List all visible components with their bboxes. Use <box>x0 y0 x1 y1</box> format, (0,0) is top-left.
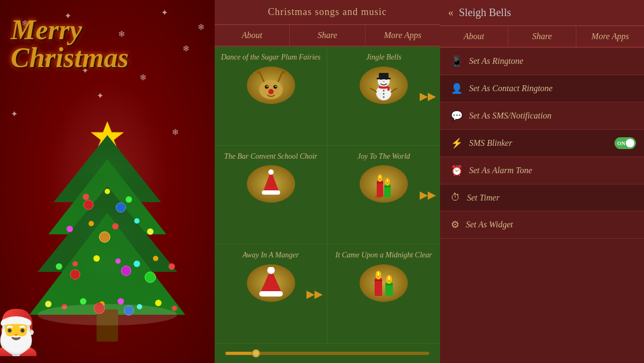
option-set-widget[interactable]: ⚙ Set As Widget <box>440 211 644 239</box>
song-item-3[interactable]: The Bar Convent School Choir <box>215 146 327 245</box>
middle-more-apps-button[interactable]: More Apps <box>365 25 440 46</box>
sms-notification-icon: 💬 <box>451 110 463 122</box>
right-header: « Sleigh Bells <box>440 0 644 26</box>
svg-rect-73 <box>384 186 391 187</box>
song-item-2[interactable]: Jingle Bells <box>327 47 440 146</box>
option-set-timer[interactable]: ⏱ Set Timer <box>440 184 644 211</box>
svg-rect-90 <box>385 284 393 285</box>
svg-point-84 <box>267 267 275 274</box>
left-panel: ❄ ✦ ❄ ✦ ❄ ✦ ❄ ✦ ❄ ✦ ❄ ✦ Merry Christmas <box>0 0 215 363</box>
right-about-button[interactable]: About <box>440 26 508 47</box>
song-title-3: The Bar Convent School Choir <box>224 152 317 161</box>
svg-point-31 <box>155 300 162 306</box>
sms-blinker-label: SMS Blinker <box>469 138 512 148</box>
svg-point-21 <box>115 258 121 264</box>
middle-header: Christmas songs and music <box>215 0 440 25</box>
song-icon-2 <box>360 66 408 104</box>
svg-point-58 <box>380 78 382 80</box>
svg-point-19 <box>72 261 78 266</box>
song-title-2: Jingle Bells <box>366 53 401 62</box>
svg-point-22 <box>134 261 140 267</box>
svg-point-93 <box>377 272 379 276</box>
song-item-4[interactable]: Joy To The World <box>327 146 440 245</box>
svg-point-37 <box>121 266 131 276</box>
back-arrow-button[interactable]: « <box>448 6 453 19</box>
svg-rect-56 <box>379 73 389 78</box>
svg-point-49 <box>265 85 268 88</box>
song-item-5[interactable]: Away In A Manger ▶▶ <box>215 245 327 344</box>
svg-point-61 <box>383 90 385 91</box>
right-options-list: 📱 Set As Ringtone 👤 Set As Contact Ringt… <box>440 48 644 363</box>
svg-rect-57 <box>377 78 391 79</box>
songs-grid: Dance of the Sugar Plum Fairies <box>215 47 440 344</box>
svg-rect-88 <box>375 280 382 281</box>
svg-point-32 <box>172 306 177 311</box>
svg-point-23 <box>153 256 158 261</box>
alarm-tone-icon: ⏰ <box>451 165 463 176</box>
play-arrow-5: ▶▶ <box>306 287 323 300</box>
song-title-4: Joy To The World <box>357 152 410 161</box>
svg-point-50 <box>273 85 277 88</box>
option-contact-ringtone[interactable]: 👤 Set As Contact Ringtone <box>440 75 644 102</box>
svg-point-29 <box>118 298 124 305</box>
svg-point-63 <box>383 96 385 98</box>
svg-line-46 <box>278 73 282 82</box>
merry-text: Merry <box>11 16 129 44</box>
svg-point-16 <box>134 218 140 224</box>
svg-line-65 <box>391 88 397 92</box>
svg-point-36 <box>70 270 80 279</box>
progress-bar-knob[interactable] <box>252 349 260 358</box>
song-title-5: Away In A Manger <box>243 251 299 260</box>
sms-blinker-toggle[interactable]: ON <box>614 137 636 149</box>
svg-point-53 <box>268 89 274 94</box>
song-item-6[interactable]: It Came Upon a Midnight Clear <box>327 245 440 344</box>
svg-rect-83 <box>259 291 283 297</box>
svg-point-11 <box>105 189 110 194</box>
set-timer-label: Set Timer <box>467 193 500 203</box>
svg-point-24 <box>169 263 175 270</box>
svg-point-14 <box>89 221 94 226</box>
progress-bar-track[interactable] <box>225 352 429 355</box>
svg-point-96 <box>388 276 390 280</box>
song-item-1[interactable]: Dance of the Sugar Plum Fairies <box>215 47 327 146</box>
set-widget-icon: ⚙ <box>451 219 459 231</box>
right-panel: « Sleigh Bells About Share More Apps 📱 S… <box>440 0 644 363</box>
option-ringtone[interactable]: 📱 Set As Ringtone <box>440 48 644 75</box>
progress-bar-area <box>215 344 440 363</box>
song-icon-1 <box>247 66 295 104</box>
svg-point-10 <box>83 194 89 200</box>
sms-blinker-icon: ⚡ <box>451 137 463 149</box>
svg-point-81 <box>383 195 390 198</box>
svg-point-80 <box>375 195 382 198</box>
contact-ringtone-label: Set As Contact Ringtone <box>469 84 553 93</box>
song-icon-5 <box>247 264 295 302</box>
svg-point-52 <box>275 86 276 87</box>
svg-point-15 <box>112 223 119 229</box>
middle-content: Dance of the Sugar Plum Fairies <box>215 47 440 363</box>
svg-point-34 <box>116 203 126 212</box>
christmas-text: Christmas <box>11 44 129 72</box>
svg-point-76 <box>379 175 381 179</box>
middle-title: Christmas songs and music <box>268 6 387 17</box>
middle-nav: About Share More Apps <box>215 25 440 47</box>
song-title-1: Dance of the Sugar Plum Fairies <box>221 53 320 62</box>
ringtone-label: Set As Ringtone <box>469 56 523 66</box>
set-widget-label: Set As Widget <box>466 220 513 229</box>
svg-point-18 <box>56 263 62 270</box>
svg-point-38 <box>145 272 156 283</box>
middle-share-button[interactable]: Share <box>290 25 365 46</box>
option-sms-blinker[interactable]: ⚡ SMS Blinker ON <box>440 130 644 157</box>
right-more-apps-button[interactable]: More Apps <box>576 26 644 47</box>
middle-about-button[interactable]: About <box>215 25 290 46</box>
svg-rect-67 <box>262 190 280 195</box>
svg-line-64 <box>370 88 377 92</box>
right-share-button[interactable]: Share <box>508 26 576 47</box>
middle-panel: Christmas songs and music About Share Mo… <box>215 0 440 363</box>
set-timer-icon: ⏱ <box>451 192 460 203</box>
song-icon-4 <box>360 165 408 203</box>
svg-point-13 <box>67 226 73 232</box>
option-sms-notification[interactable]: 💬 Set As SMS/Notification <box>440 102 644 130</box>
option-alarm-tone[interactable]: ⏰ Set As Alarm Tone <box>440 157 644 184</box>
christmas-tree <box>21 116 193 363</box>
play-arrow-4: ▶▶ <box>420 188 436 201</box>
